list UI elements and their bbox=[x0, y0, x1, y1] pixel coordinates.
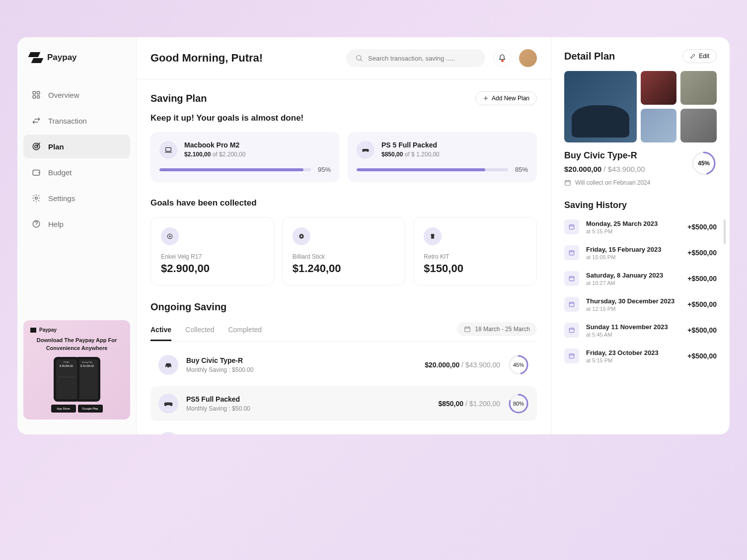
gamepad-icon bbox=[158, 394, 178, 414]
svg-rect-23 bbox=[565, 181, 571, 185]
svg-point-3 bbox=[37, 96, 40, 98]
nav-help[interactable]: Help bbox=[23, 212, 130, 236]
history-item[interactable]: Saturday, 8 January 2023at 10:27 AM +$50… bbox=[564, 271, 717, 286]
collected-name: Billiard Stick bbox=[293, 253, 395, 260]
saving-plan-section: Saving Plan Add New Plan Keep it up! You… bbox=[137, 79, 551, 194]
jersey-icon bbox=[424, 227, 442, 245]
history-item[interactable]: Monday, 25 March 2023at 5:15 PM +$500,00 bbox=[564, 219, 717, 234]
detail-image-thumb[interactable] bbox=[641, 71, 677, 105]
app-store-badge[interactable]: App Store bbox=[51, 405, 76, 413]
user-avatar[interactable] bbox=[519, 49, 537, 67]
grid-icon bbox=[31, 90, 41, 100]
app-window: Paypay Overview Transaction Plan bbox=[17, 37, 730, 434]
goal-name: PS 5 Full Packed bbox=[381, 141, 440, 149]
item-name: Buy Civic Type-R bbox=[186, 356, 417, 364]
goal-card[interactable]: Macbook Pro M2 $2.100,00 of $2.200,00 95… bbox=[150, 132, 340, 182]
progress-ring: 45% bbox=[508, 354, 529, 375]
search-input[interactable] bbox=[368, 55, 476, 62]
collected-card[interactable]: Retro KIT $150,00 bbox=[413, 217, 537, 285]
nav-transaction[interactable]: Transaction bbox=[23, 109, 130, 133]
tab-active[interactable]: Active bbox=[150, 320, 171, 341]
notification-dot bbox=[501, 60, 504, 62]
promo-text: Download The Paypay App For Convenience … bbox=[30, 337, 123, 352]
svg-rect-1 bbox=[37, 91, 40, 94]
item-monthly: Monthly Saving : $50.00 bbox=[186, 405, 430, 412]
svg-point-9 bbox=[357, 56, 361, 60]
svg-rect-26 bbox=[569, 225, 574, 229]
store-badges: App Store Google Play bbox=[30, 405, 123, 413]
date-range-chip[interactable]: 18 March - 25 March bbox=[457, 322, 537, 336]
detail-image-main[interactable] bbox=[564, 71, 637, 142]
history-list: Monday, 25 March 2023at 5:15 PM +$500,00… bbox=[564, 219, 717, 363]
item-monthly: Monthly Saving : $500.00 bbox=[186, 366, 417, 373]
globe-icon bbox=[158, 432, 178, 434]
main: Good Morning, Putra! Saving Plan bbox=[137, 37, 730, 434]
svg-point-7 bbox=[35, 197, 38, 200]
tab-collected[interactable]: Collected bbox=[185, 320, 214, 341]
plan-date: Will collect on Februari 2024 bbox=[564, 179, 650, 186]
detail-image-thumb[interactable] bbox=[680, 109, 717, 142]
collected-amount: $2.900,00 bbox=[161, 262, 264, 275]
edit-button[interactable]: Edit bbox=[682, 49, 717, 63]
header: Good Morning, Putra! bbox=[137, 37, 551, 79]
nav-overview[interactable]: Overview bbox=[23, 83, 130, 107]
history-item[interactable]: Thursday, 30 December 2023at 12:15 PM +$… bbox=[564, 297, 717, 312]
collected-name: Enkei Velg R17 bbox=[161, 253, 264, 260]
progress-bar bbox=[357, 168, 508, 171]
svg-rect-10 bbox=[166, 147, 171, 151]
content: Good Morning, Putra! Saving Plan bbox=[137, 37, 551, 434]
item-amount: $20.000,00 / $43.900,00 bbox=[425, 361, 500, 369]
plan-progress-ring: 45% bbox=[691, 150, 717, 176]
history-item[interactable]: Friday, 23 October 2023at 5:15 PM +$500,… bbox=[564, 349, 717, 363]
ongoing-section: Ongoing Saving Active Collected Complete… bbox=[137, 297, 551, 434]
section-title: Saving Plan bbox=[150, 93, 207, 104]
scrollbar[interactable] bbox=[724, 219, 726, 244]
google-play-badge[interactable]: Google Play bbox=[78, 405, 103, 413]
add-plan-button[interactable]: Add New Plan bbox=[475, 91, 537, 105]
ongoing-item[interactable]: Holiday bbox=[150, 425, 537, 434]
detail-image-thumb[interactable] bbox=[641, 109, 677, 142]
calendar-icon bbox=[564, 349, 579, 363]
logo[interactable]: Paypay bbox=[23, 52, 130, 83]
transfer-icon bbox=[31, 116, 41, 126]
gear-icon bbox=[31, 193, 41, 203]
svg-rect-27 bbox=[569, 251, 574, 255]
history-item[interactable]: Friday, 15 February 2023at 15:05 PM +$50… bbox=[564, 245, 717, 260]
wallet-icon bbox=[31, 167, 41, 177]
ongoing-item[interactable]: PS5 Full Packed Monthly Saving : $50.00 … bbox=[150, 386, 537, 421]
calendar-icon bbox=[464, 326, 471, 333]
ongoing-item[interactable]: Buy Civic Type-R Monthly Saving : $500.0… bbox=[150, 348, 537, 382]
search-box[interactable] bbox=[346, 49, 485, 67]
item-name: PS5 Full Packed bbox=[186, 395, 430, 403]
tab-completed[interactable]: Completed bbox=[228, 320, 262, 341]
tabs: Active Collected Completed bbox=[150, 320, 262, 341]
gamepad-icon bbox=[357, 141, 374, 159]
notifications-button[interactable] bbox=[493, 49, 511, 67]
item-amount: $850,00 / $1.200,00 bbox=[438, 400, 500, 408]
collected-card[interactable]: Enkei Velg R17 $2.900,00 bbox=[150, 217, 274, 285]
collected-name: Retro KIT bbox=[424, 253, 526, 260]
goal-amount: $850,00 of $ 1.200,00 bbox=[381, 151, 440, 158]
nav-budget[interactable]: Budget bbox=[23, 160, 130, 184]
nav-label: Plan bbox=[48, 142, 64, 151]
detail-image-thumb[interactable] bbox=[680, 71, 717, 105]
help-icon bbox=[31, 219, 41, 229]
svg-rect-30 bbox=[569, 328, 574, 333]
nav-label: Overview bbox=[48, 91, 79, 99]
logo-icon bbox=[29, 52, 42, 63]
section-title: Ongoing Saving bbox=[150, 301, 537, 313]
svg-rect-29 bbox=[569, 302, 574, 307]
detail-title: Detail Plan bbox=[564, 51, 615, 62]
collected-amount: $1.240,00 bbox=[293, 262, 395, 275]
goal-card[interactable]: PS 5 Full Packed $850,00 of $ 1.200,00 8… bbox=[348, 132, 537, 182]
calendar-icon bbox=[564, 297, 579, 312]
collected-card[interactable]: Billiard Stick $1.240,00 bbox=[282, 217, 406, 285]
history-item[interactable]: Sunday 11 November 2023at 5:45 AM +$500,… bbox=[564, 323, 717, 338]
nav-settings[interactable]: Settings bbox=[23, 186, 130, 210]
progress-ring: 80% bbox=[508, 393, 529, 414]
svg-point-14 bbox=[300, 235, 302, 237]
plan-amount: $20.000,00 / $43.900,00 bbox=[564, 165, 650, 173]
nav-plan[interactable]: Plan bbox=[23, 135, 130, 158]
calendar-icon bbox=[564, 323, 579, 338]
history-title: Saving History bbox=[564, 200, 717, 210]
